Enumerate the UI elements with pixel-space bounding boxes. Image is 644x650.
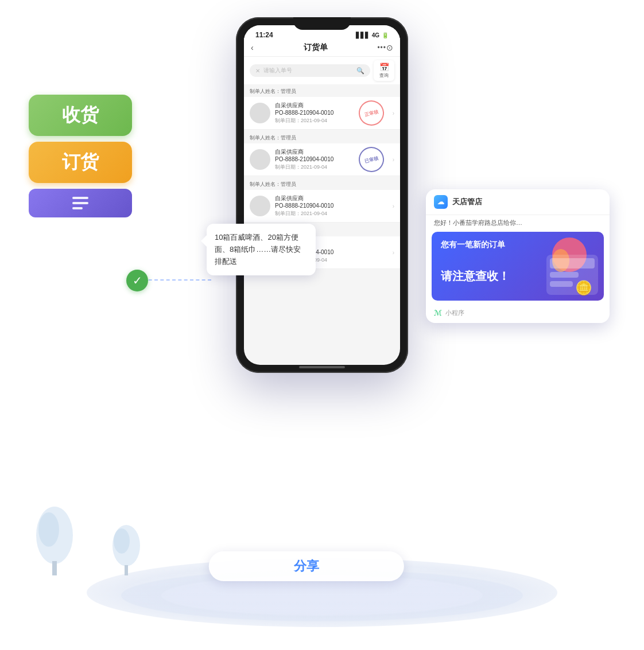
miniprogram-icon: ℳ	[434, 309, 442, 317]
signal-icon: ▋▋▋	[356, 32, 370, 38]
platform-ring-3	[161, 575, 483, 616]
wechat-greeting: 您好！小番茄学府路总店给你…	[426, 215, 610, 229]
nav-bar: ‹ 订货单 ••• ⊙	[244, 40, 400, 57]
left-panel: 收货 订货	[29, 95, 132, 217]
order-avatar-3	[250, 196, 270, 216]
order-avatar-1	[250, 103, 270, 123]
phone-frame: 11:24 ▋▋▋ 4G 🔋 ‹ 订货单 ••• ⊙	[236, 17, 408, 373]
share-bar[interactable]: 分享	[209, 551, 404, 581]
more-icon[interactable]: •••	[377, 44, 386, 52]
banner-coins: 🪙	[575, 280, 592, 296]
wechat-banner-line1: 您有一笔新的订单	[441, 240, 505, 250]
order-button[interactable]: 订货	[29, 142, 132, 183]
chevron-right-icon-2: ›	[393, 157, 394, 163]
order-group-header-2: 制单人姓名：管理员	[244, 131, 400, 143]
list-line-2	[72, 202, 88, 204]
phone: 11:24 ▋▋▋ 4G 🔋 ‹ 订货单 ••• ⊙	[236, 17, 408, 373]
network-icon: 4G	[372, 32, 379, 38]
tree-right	[109, 524, 143, 575]
order-item-1[interactable]: 自采供应商 PO-8888-210904-0010 制单日期：2021-09-0…	[244, 97, 400, 130]
order-group-header-3: 制单人姓名：管理员	[244, 177, 400, 190]
wechat-banner-line2: 请注意查收！	[441, 268, 510, 283]
svg-point-4	[114, 528, 130, 554]
order-avatar-2	[250, 149, 270, 170]
chevron-right-icon: ›	[393, 110, 394, 116]
phone-screen: 11:24 ▋▋▋ 4G 🔋 ‹ 订货单 ••• ⊙	[244, 25, 400, 365]
wechat-footer: ℳ 小程序	[426, 305, 610, 323]
tree-left	[32, 507, 77, 575]
check-circle: ✓	[126, 270, 148, 291]
chevron-right-icon-4: ›	[393, 250, 394, 256]
wechat-notification-card: ☁ 天店管店 您好！小番茄学府路总店给你… 🪙 您有一笔新的订单 请注意查收！ …	[426, 189, 610, 323]
order-group-1: 制单人姓名：管理员 自采供应商 PO-8888-210904-0010 制单日期…	[244, 84, 400, 130]
search-placeholder: 请输入单号	[263, 67, 353, 75]
miniprogram-label: 小程序	[445, 309, 464, 317]
phone-notch	[293, 17, 351, 30]
search-bar: ✕ 请输入单号 🔍 📅 查询	[244, 57, 400, 84]
wechat-banner: 🪙 您有一笔新的订单 请注意查收！	[432, 232, 604, 301]
status-time: 11:24	[255, 31, 273, 39]
svg-point-1	[38, 512, 59, 547]
wechat-app-name: 天店管店	[452, 197, 482, 207]
svg-rect-2	[52, 561, 57, 575]
receive-button[interactable]: 收货	[29, 95, 132, 136]
phone-home-bar	[299, 366, 345, 368]
chevron-right-icon-3: ›	[393, 203, 394, 209]
list-line-3	[72, 207, 83, 209]
order-group-header-1: 制单人姓名：管理员	[244, 84, 400, 97]
list-button[interactable]	[29, 189, 132, 217]
scan-icon[interactable]: ⊙	[386, 43, 393, 52]
tooltip-bubble: 10箱百威啤酒、20箱方便面、8箱纸巾……请尽快安排配送	[207, 224, 316, 275]
query-label: 查询	[379, 72, 389, 79]
status-icons: ▋▋▋ 4G 🔋	[356, 32, 389, 38]
list-line-1	[72, 197, 88, 199]
order-group-2: 制单人姓名：管理员 自采供应商 PO-8888-210904-0010 制单日期…	[244, 131, 400, 176]
search-input-wrap[interactable]: ✕ 请输入单号 🔍	[250, 64, 370, 77]
nav-title: 订货单	[254, 42, 378, 53]
order-item-3[interactable]: 自采供应商 PO-8888-210904-0010 制单日期：2021-09-0…	[244, 190, 400, 223]
order-item-2[interactable]: 自采供应商 PO-8888-210904-0010 制单日期：2021-09-0…	[244, 143, 400, 176]
query-button[interactable]: 📅 查询	[374, 60, 394, 81]
wechat-cloud-icon: ☁	[434, 195, 448, 209]
order-group-3: 制单人姓名：管理员 自采供应商 PO-8888-210904-0010 制单日期…	[244, 177, 400, 223]
wechat-card-header: ☁ 天店管店	[426, 189, 610, 215]
battery-icon: 🔋	[382, 32, 389, 38]
status-bar: 11:24 ▋▋▋ 4G 🔋 ‹ 订货单 ••• ⊙	[244, 25, 400, 84]
order-info-3: 自采供应商 PO-8888-210904-0010 制单日期：2021-09-0…	[275, 194, 388, 217]
clear-icon[interactable]: ✕	[255, 68, 260, 74]
svg-rect-5	[125, 565, 128, 575]
search-icon: 🔍	[356, 67, 364, 75]
